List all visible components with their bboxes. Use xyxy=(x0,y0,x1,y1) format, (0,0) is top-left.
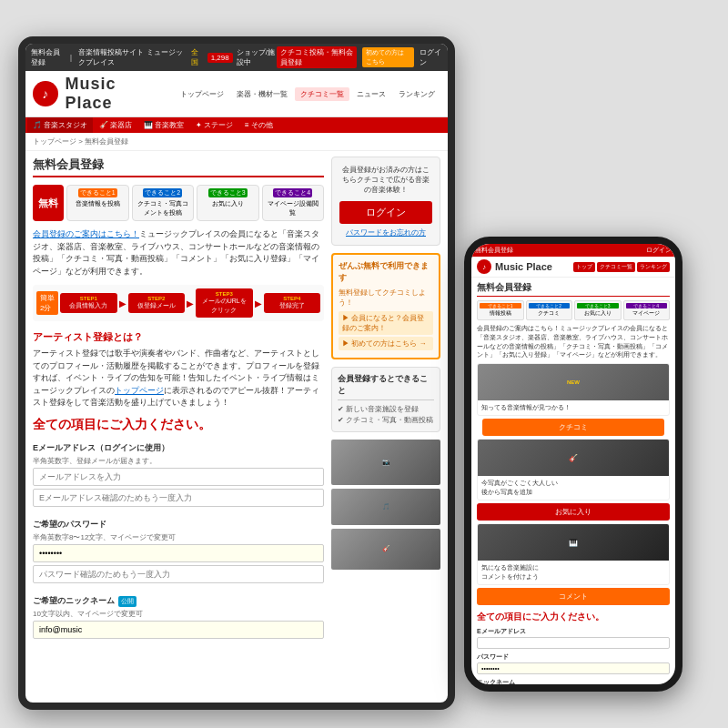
desktop-content[interactable]: 無料会員登録 ｜ 音楽情報投稿サイト ミュージックプレイス 全国 1,298 シ… xyxy=(25,44,448,703)
login-button[interactable]: ログイン xyxy=(339,201,432,224)
password-input[interactable] xyxy=(33,544,324,562)
subnav-stage-label: ステージ xyxy=(204,120,233,130)
free-promo-title: ぜんぶ無料で利用できます xyxy=(339,260,433,284)
comment-btn[interactable]: コメント xyxy=(477,588,670,605)
mobile-email-group: Eメールアドレス xyxy=(477,627,670,649)
mobile-card-body-3: 気になる音楽施設にコメントを付けよう xyxy=(478,561,669,584)
step-item-2: できること2 クチコミ・写真コメントを投稿 xyxy=(132,185,195,221)
login-link-top[interactable]: ログイン xyxy=(420,47,442,67)
mobile-card-3: 🎹 気になる音楽施設にコメントを付けよう xyxy=(477,523,670,585)
mobile-card-2: 🎸 今写真がごくごく大人しい後から写真を追加 xyxy=(477,439,670,500)
mobile-nickname-label: ニックネーム xyxy=(477,678,670,684)
shop-count: 1,298 xyxy=(207,53,233,63)
mobile-step-3: できること3 お気に入り xyxy=(574,300,622,320)
nickname-label: ご希望のニックネーム xyxy=(33,595,115,607)
email-confirm-input[interactable] xyxy=(33,489,324,507)
all-fields-notice: 全ての項目にご入力ください。 xyxy=(33,417,324,433)
mobile-step-1: できること1 情報投稿 xyxy=(477,300,524,320)
for-first-time[interactable]: 初めての方はこちら xyxy=(362,47,414,67)
site-logo-text[interactable]: Music Place xyxy=(66,75,167,113)
desktop-device: 無料会員登録 ｜ 音楽情報投稿サイト ミュージックプレイス 全国 1,298 シ… xyxy=(18,36,455,710)
free-badge: 無料 xyxy=(33,185,64,221)
mobile-content[interactable]: 無料会員登録 ログイン ♪ Music Place トップ クチコミ一覧 ランキ… xyxy=(471,244,675,684)
mobile-nav-3[interactable]: ランキング xyxy=(637,262,670,272)
flow-arrow-1: ▶ xyxy=(119,298,126,308)
stage-icon: ✦ xyxy=(196,121,202,129)
password-confirm-input[interactable] xyxy=(33,565,324,583)
nickname-form-group: ご希望のニックネーム 公開 10文字以内、マイページで変更可 xyxy=(33,595,324,642)
step-text-3: お気に入り xyxy=(201,199,255,208)
subnav-school[interactable]: 🎹 音楽教室 xyxy=(138,117,189,133)
page-sidebar: 会員登録がお済みの方はこちらクチコミで広がる音楽の音楽体験！ ログイン パスワー… xyxy=(331,157,440,651)
nav-news[interactable]: ニュース xyxy=(351,87,391,101)
nav-reviews[interactable]: クチコミ一覧 xyxy=(295,87,349,101)
email-input[interactable] xyxy=(33,468,324,486)
step-num-3: できること3 xyxy=(208,188,248,197)
mobile-nav-1[interactable]: トップ xyxy=(573,262,595,272)
step-text-2: クチコミ・写真コメントを投稿 xyxy=(136,199,190,217)
kutikomi-label: クチコミ xyxy=(559,423,588,431)
promo-link-1[interactable]: ▶ 会員になると？会員登録のご案内！ xyxy=(339,311,433,335)
mobile-top-bar: 無料会員登録 ログイン xyxy=(471,244,675,257)
nav-instruments[interactable]: 楽器・機材一覧 xyxy=(231,87,293,101)
top-page-link[interactable]: トップページ xyxy=(115,386,164,395)
can-do-box: 会員登録するとできること ✔ 新しい音楽施設を登録 ✔ クチコミ・写真・動画投稿 xyxy=(331,367,440,432)
kutikomi-reg-link[interactable]: クチコミ投稿・無料会員登録 xyxy=(277,46,358,68)
password-label: ご希望のパスワード xyxy=(33,519,324,531)
subnav-studio-label: 音楽スタジオ xyxy=(44,120,87,130)
subnav-shop-label: 楽器店 xyxy=(110,120,132,130)
step-num-2: できること2 xyxy=(143,188,182,197)
promo-link-2[interactable]: ▶ 初めての方はこちら → xyxy=(339,337,433,350)
flow-step-2: STEP2 仮登録メール xyxy=(128,293,186,313)
okiniri-btn[interactable]: お気に入り xyxy=(477,503,670,521)
step-item-1: できること1 音楽情報を投稿 xyxy=(66,185,129,221)
step-num-1: できること1 xyxy=(78,188,117,197)
shop-label: ショップ/施設中 xyxy=(237,47,277,67)
mobile-image-3: 🎹 xyxy=(478,524,669,561)
top-bar-site-name: 音楽情報投稿サイト ミュージックプレイス xyxy=(78,47,185,67)
comment-label: コメント xyxy=(559,592,588,601)
mobile-top-left: 無料会員登録 xyxy=(475,246,513,255)
logo-music-note: ♪ xyxy=(42,86,48,101)
email-form-group: Eメールアドレス（ログインに使用） 半角英数字、登録メールが届きます。 xyxy=(33,442,324,510)
nickname-input[interactable] xyxy=(33,621,324,639)
mobile-image-1: NEW xyxy=(478,364,669,400)
mobile-password-group: パスワード xyxy=(477,652,670,674)
page-main: 無料会員登録 無料 できること1 音楽情報を投稿 できること2 クチコミ・写真コ… xyxy=(33,157,324,651)
desc-link[interactable]: 会員登録のご案内はこちら！ xyxy=(33,229,139,238)
public-badge: 公開 xyxy=(118,596,136,607)
subnav-other[interactable]: ≡ その他 xyxy=(239,117,278,133)
password-hint: 半角英数字8〜12文字、マイページで変更可 xyxy=(33,532,324,542)
mobile-email-input[interactable] xyxy=(477,637,670,649)
subnav-studio[interactable]: 🎵 音楽スタジオ xyxy=(27,117,93,133)
mobile-kutikomi-btn[interactable]: クチコミ xyxy=(482,419,664,436)
nickname-label-row: ご希望のニックネーム 公開 xyxy=(33,595,324,609)
flow-step-1: STEP1 会員情報入力 xyxy=(60,293,117,313)
can-do-item-2: ✔ クチコミ・写真・動画投稿 xyxy=(338,415,434,426)
mobile-device: 無料会員登録 ログイン ♪ Music Place トップ クチコミ一覧 ランキ… xyxy=(464,237,682,692)
step-text-1: 音楽情報を投稿 xyxy=(71,199,125,208)
mobile-image-2: 🎸 xyxy=(478,440,669,476)
top-bar-free-reg[interactable]: 無料会員登録 xyxy=(31,47,64,67)
artist-section-title: アーティスト登録とは？ xyxy=(33,330,324,344)
flow-arrow-2: ▶ xyxy=(187,298,194,308)
email-hint: 半角英数字、登録メールが届きます。 xyxy=(33,456,324,466)
mobile-password-input[interactable] xyxy=(477,662,670,674)
mobile-logo-text: Music Place xyxy=(495,261,552,272)
login-box-text: 会員登録がお済みの方はこちらクチコミで広がる音楽の音楽体験！ xyxy=(339,165,432,196)
sidebar-image-3: 🎸 xyxy=(331,529,440,570)
nav-top[interactable]: トップページ xyxy=(175,87,229,101)
page-title: 無料会員登録 xyxy=(33,157,324,177)
top-bar: 無料会員登録 ｜ 音楽情報投稿サイト ミュージックプレイス 全国 1,298 シ… xyxy=(25,44,448,71)
flow-badge: 簡単2分 xyxy=(36,291,58,315)
subnav-stage[interactable]: ✦ ステージ xyxy=(190,117,238,133)
forgot-password-link[interactable]: パスワードをお忘れの方 xyxy=(339,228,432,238)
subnav-other-label: その他 xyxy=(251,120,273,130)
mobile-nav-2[interactable]: クチコミ一覧 xyxy=(597,262,635,272)
email-label: Eメールアドレス（ログインに使用） xyxy=(33,442,324,454)
okiniri-label: お気に入り xyxy=(555,508,592,516)
subnav-shop[interactable]: 🎸 楽器店 xyxy=(94,117,137,133)
nav-ranking[interactable]: ランキング xyxy=(393,87,440,101)
mobile-step-4: できること4 マイページ xyxy=(623,300,671,320)
mobile-all-fields: 全ての項目にご入力ください。 xyxy=(477,611,670,623)
